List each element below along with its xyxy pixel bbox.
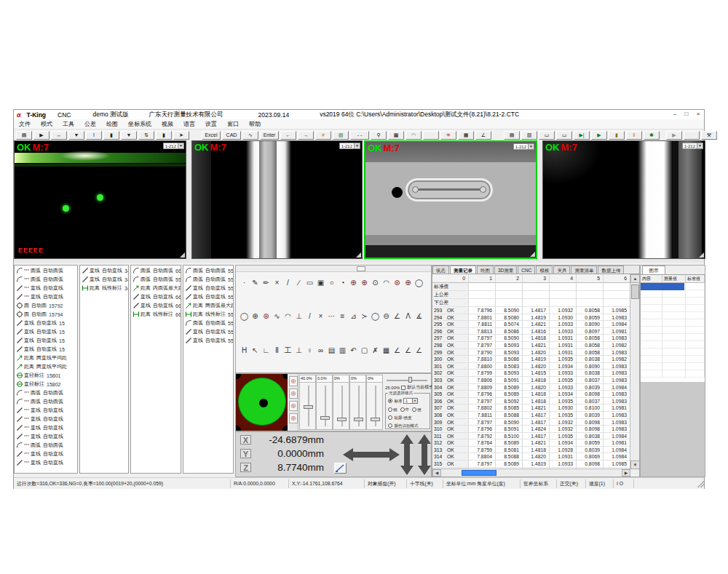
feature-list-item[interactable]: 圆弧自动圆弧55 [183, 275, 233, 284]
feature-list-item[interactable]: 直线自动直线55 [183, 292, 233, 301]
tool-icon-r1-1[interactable]: · [239, 277, 250, 288]
measurement-row[interactable]: 296OK7.88138.50861.48161.09330.80971.098… [432, 328, 630, 335]
hold-button[interactable]: ▮ [609, 131, 625, 140]
detail-row[interactable] [641, 363, 705, 370]
copy-button[interactable]: ▥ [521, 131, 537, 140]
run-button[interactable]: ▶ [591, 131, 607, 140]
tool-icon-r3-5[interactable]: 工 [282, 345, 293, 356]
menu-item-绘图[interactable]: 绘图 [101, 120, 123, 128]
save-button[interactable]: ▤ [16, 131, 32, 140]
feature-list-item[interactable]: 直径标注15801 [15, 371, 77, 380]
panel-button[interactable]: ▭ [539, 131, 555, 140]
camera-zoom-combo[interactable]: 1-212▼ [513, 143, 534, 150]
contour-button[interactable]: ◠ [405, 131, 422, 140]
chevron-down-icon[interactable]: ▾ [412, 399, 417, 403]
ring-segment-button-3[interactable]: ◎ [289, 401, 298, 411]
maximize-button[interactable]: □ [681, 111, 692, 119]
feature-list-item[interactable]: 圆弧自动圆弧55 [183, 266, 233, 275]
feature-list-item[interactable]: 直线自动直线55 [183, 336, 233, 345]
tool-icon-r2-16[interactable]: Λ [403, 311, 414, 322]
arrow-left-button[interactable]: ← [280, 131, 296, 140]
light-slider-3[interactable]: 0% [333, 375, 349, 430]
tool-button[interactable]: ⚒ [701, 131, 717, 140]
color-mode-radio[interactable] [388, 423, 392, 428]
tool-icon-r1-11[interactable]: ⊕ [348, 277, 359, 288]
tool-icon-r1-3[interactable]: ✏ [261, 277, 272, 288]
feature-list-item[interactable]: ***圆弧自动圆弧 [15, 266, 77, 275]
tool-icon-r3-2[interactable]: ↖ [250, 345, 261, 356]
tool-icon-r2-13[interactable]: ◯ [370, 311, 381, 322]
tolerance-row[interactable]: 上公差 [432, 291, 630, 299]
tool-icon-r3-10[interactable]: ▥ [337, 345, 348, 356]
blank2-button[interactable] [684, 131, 700, 140]
tolerance-row[interactable]: 下公差 [432, 299, 630, 307]
light-slider-2[interactable]: 0.0% [316, 375, 333, 430]
tool-icon-r3-1[interactable]: H [239, 345, 250, 356]
light-slider-4[interactable]: 0% [349, 375, 366, 430]
measurement-row[interactable]: 294OK7.88018.50801.48191.09300.80591.098… [432, 314, 630, 322]
level-radio-强[interactable] [412, 407, 416, 412]
angle-jog-button[interactable] [334, 463, 347, 474]
measurement-row[interactable]: 299OK7.87908.50931.48201.09310.80581.098… [432, 349, 630, 356]
chevron-down-icon[interactable]: ▼ [697, 143, 703, 148]
ring-segment-button-4[interactable]: ◎ [289, 413, 298, 423]
play2-button[interactable]: ▶ [666, 131, 682, 140]
tool-icon-r1-5[interactable]: / [282, 277, 293, 288]
tool-icon-r1-14[interactable]: ◠ [381, 277, 392, 288]
feature-list-item[interactable]: 圆弧自动圆弧66 [131, 266, 181, 275]
camera-view-4[interactable]: OKM:71-212▼ [542, 140, 705, 259]
tool-icon-r1-10[interactable]: ◔ [337, 277, 348, 288]
detail-row[interactable] [641, 356, 705, 363]
feature-list-item[interactable]: ***直线自动直线 [15, 450, 77, 458]
tab-状态[interactable]: 状态 [432, 266, 449, 274]
resize-grip-icon[interactable] [530, 252, 535, 257]
feature-list-item[interactable]: 直线自动直线55 [183, 327, 233, 336]
step-button[interactable]: ▶| [574, 131, 590, 140]
tool-icon-r1-8[interactable]: ▣ [315, 277, 326, 288]
tool-icon-r2-1[interactable]: ◯ [239, 311, 250, 322]
zoom-button[interactable]: ⚲ [371, 131, 387, 140]
measurement-row[interactable]: 306OK7.87978.50921.48181.09350.80371.098… [432, 398, 630, 405]
measurement-row[interactable]: 301OK7.88008.50831.48201.09340.80901.098… [432, 363, 630, 370]
blank-button[interactable] [423, 131, 439, 140]
feature-list-item[interactable]: ***直线自动直线 [15, 406, 77, 415]
detail-row[interactable] [641, 341, 705, 348]
tool-icon-r1-16[interactable]: ⊕ [403, 277, 414, 288]
tool-icon-r3-15[interactable]: ∠ [392, 345, 403, 356]
detail-row[interactable] [641, 312, 705, 319]
resize-grip-icon[interactable] [180, 252, 185, 258]
slider-thumb[interactable] [354, 418, 363, 421]
measurement-row[interactable]: 310OK7.87968.50911.48241.09320.80981.098… [432, 426, 630, 433]
tool-icon-r3-12[interactable]: ▢ [359, 345, 370, 356]
measurement-row[interactable]: 312OK7.87648.50891.48211.09340.80591.098… [432, 439, 630, 447]
feature-list-item[interactable]: 直线自动直线15 [15, 345, 77, 354]
tool-icon-r3-16[interactable]: ∠ [403, 345, 414, 356]
tool-icon-r2-6[interactable]: ⊥ [293, 311, 304, 322]
feature-list-item[interactable]: 距离线性标注34 [80, 284, 128, 292]
tool-icon-r2-7[interactable]: / [304, 311, 315, 322]
measurement-row[interactable]: 303OK7.88068.50911.48181.09350.80371.098… [432, 377, 630, 384]
pattern-button[interactable]: ▩ [388, 131, 404, 140]
status-segment-6[interactable]: 坐标单位:mm 角度单位(度) [443, 479, 521, 488]
measurement-row[interactable]: 305OK7.87968.50891.48181.09340.80981.098… [432, 391, 630, 398]
scroll-down-icon[interactable]: ▼ [630, 461, 640, 469]
feature-list-item[interactable]: 直径标注15802 [15, 380, 77, 388]
slider-thumb[interactable] [337, 418, 347, 421]
status-segment-7[interactable]: 世界坐标系 [521, 479, 557, 488]
menu-item-视频[interactable]: 视频 [157, 120, 178, 128]
feature-list-item[interactable]: ***直线自动直线 [15, 432, 77, 441]
status-segment-4[interactable]: 对象捕捉(开) [365, 479, 407, 488]
tab-绘图[interactable]: 绘图 [477, 266, 494, 274]
feature-list-item[interactable]: 直线自动直线34 [80, 275, 128, 284]
menu-item-坐标系统[interactable]: 坐标系统 [123, 120, 157, 128]
camera-view-2[interactable]: OKM:71-212▼ [191, 140, 363, 259]
tool-icon-r1-4[interactable]: × [272, 277, 282, 288]
feature-list-item[interactable]: ***直线自动直线 [15, 292, 77, 301]
slider-thumb[interactable] [320, 416, 330, 420]
measurement-row[interactable]: 311OK7.87928.51001.48171.09350.80381.098… [432, 433, 630, 440]
standard-radio[interactable] [388, 399, 392, 403]
feature-list-item[interactable]: 距离两直线平均距 [15, 354, 77, 362]
dash-button[interactable]: - - [350, 131, 369, 140]
tool-icon-r3-4[interactable]: Ⅱ [272, 345, 282, 356]
tool-icon-r3-7[interactable]: ♀ [304, 345, 315, 356]
